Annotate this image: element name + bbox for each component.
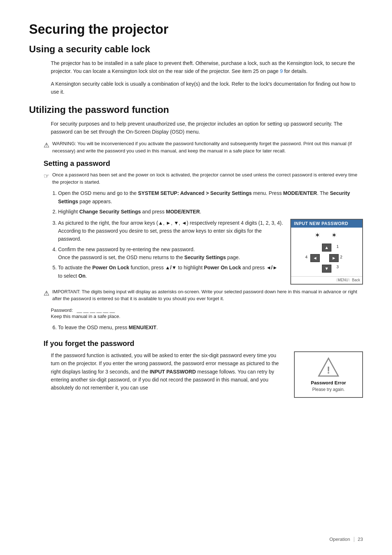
step-3-4-5-text: As pictured to the right, the four arrow… bbox=[51, 219, 283, 283]
osd-num-4: 4 bbox=[305, 255, 307, 259]
step-3: As pictured to the right, the four arrow… bbox=[58, 219, 283, 243]
footer-page-number: 23 bbox=[358, 536, 363, 542]
password-intro: For security purposes and to help preven… bbox=[51, 120, 363, 136]
password-label: Password: __ __ __ __ __ __ bbox=[51, 307, 363, 313]
forget-password-title: If you forget the password bbox=[44, 339, 363, 348]
warning-icon: ⚠ bbox=[44, 140, 49, 150]
osd-right-arrow: ► bbox=[329, 254, 339, 262]
section-password-title: Utilizing the password function bbox=[29, 104, 363, 115]
step-4: Confirm the new password by re-entering … bbox=[58, 245, 283, 262]
osd-down-arrow: ▼ bbox=[322, 265, 331, 273]
warning-box: ⚠ WARNING: You will be inconvenienced if… bbox=[44, 140, 363, 154]
setting-password-title: Setting a password bbox=[44, 159, 363, 168]
osd-arrows-grid: ▲ 1 ◄ 4 ► 2 ▼ 3 bbox=[310, 244, 343, 273]
osd-title: INPUT NEW PASSWORD bbox=[291, 220, 362, 228]
warning-text: WARNING: You will be inconvenienced if y… bbox=[52, 140, 363, 154]
osd-num-1: 1 bbox=[336, 244, 339, 249]
forget-password-text: If the password function is activated, y… bbox=[51, 351, 285, 398]
note-box: ☞ Once a password has been set and the p… bbox=[44, 171, 363, 185]
note-text: Once a password has been set and the pow… bbox=[52, 171, 363, 185]
password-label-text: Password: bbox=[51, 307, 73, 313]
error-subtitle: Please try again. bbox=[312, 387, 344, 392]
page-footer: Operation 23 bbox=[329, 536, 363, 542]
osd-password-diagram: INPUT NEW PASSWORD ✶ ✶ ▲ 1 ◄ 4 ► 2 ▼ bbox=[290, 219, 363, 285]
osd-stars: ✶ ✶ bbox=[315, 231, 338, 239]
step-6-list: To leave the OSD menu, press MENU/EXIT. bbox=[51, 323, 363, 331]
keep-safe-text: Keep this manual in a safe place. bbox=[51, 314, 363, 319]
step-5: To activate the Power On Lock function, … bbox=[58, 264, 283, 280]
steps-3-5: As pictured to the right, the four arrow… bbox=[51, 219, 283, 280]
error-triangle-icon: ! bbox=[318, 357, 339, 377]
important-icon: ⚠ bbox=[44, 289, 49, 298]
password-error-diagram: ! Password Error Please try again. bbox=[294, 351, 363, 398]
step-6: To leave the OSD menu, press MENU/EXIT. bbox=[58, 323, 363, 331]
important-text: IMPORTANT: The digits being input will d… bbox=[52, 288, 363, 302]
page-title: Securing the projector bbox=[29, 22, 363, 37]
note-icon: ☞ bbox=[44, 171, 49, 181]
forget-password-section: If the password function is activated, y… bbox=[51, 351, 363, 398]
osd-num-3: 3 bbox=[336, 265, 339, 269]
cable-lock-para-1: The projector has to be installed in a s… bbox=[51, 59, 363, 76]
osd-left-arrow: ◄ bbox=[310, 254, 320, 262]
osd-body: ✶ ✶ ▲ 1 ◄ 4 ► 2 ▼ 3 bbox=[291, 228, 362, 276]
error-title: Password Error bbox=[311, 380, 346, 385]
osd-footer: 〈MENU〉Back bbox=[291, 276, 362, 284]
step-2: Highlight Change Security Settings and p… bbox=[58, 208, 363, 216]
svg-text:!: ! bbox=[327, 364, 330, 376]
page-link[interactable]: 9 bbox=[280, 68, 283, 74]
step-1: Open the OSD menu and go to the SYSTEM S… bbox=[58, 189, 363, 205]
footer-divider bbox=[354, 537, 354, 542]
password-blanks: __ __ __ __ __ __ bbox=[77, 307, 115, 313]
osd-num-2: 2 bbox=[340, 255, 342, 259]
osd-up-arrow: ▲ bbox=[322, 244, 331, 252]
cable-lock-para-2: A Kensington security cable lock is usua… bbox=[51, 80, 363, 96]
important-box: ⚠ IMPORTANT: The digits being input will… bbox=[44, 288, 363, 302]
footer-section: Operation bbox=[329, 536, 350, 542]
section-cable-lock-title: Using a security cable lock bbox=[29, 44, 363, 55]
steps-list: Open the OSD menu and go to the SYSTEM S… bbox=[51, 189, 363, 216]
